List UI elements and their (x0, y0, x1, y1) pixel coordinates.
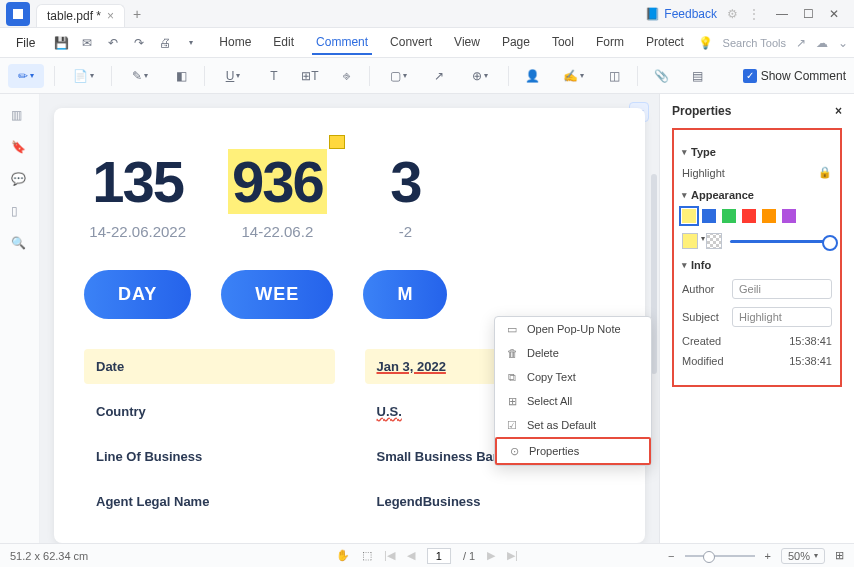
type-section-header[interactable]: Type (682, 146, 832, 158)
thumbnails-icon[interactable]: ▥ (11, 108, 29, 126)
new-tab-button[interactable]: + (133, 6, 141, 22)
menu-home[interactable]: Home (215, 31, 255, 55)
shapes-tool[interactable]: ◫ (601, 64, 627, 88)
table-cell: Line Of Business (84, 439, 335, 474)
lock-icon[interactable]: 🔒 (818, 166, 832, 179)
next-page-icon[interactable]: ▶ (487, 549, 495, 562)
fit-page-icon[interactable]: ⊞ (835, 549, 844, 562)
menu-form[interactable]: Form (592, 31, 628, 55)
author-input[interactable] (732, 279, 832, 299)
color-swatch-orange[interactable] (762, 209, 776, 223)
zoom-out-icon[interactable]: − (668, 550, 674, 562)
stamp-tool[interactable]: 👤 (519, 64, 545, 88)
appearance-section-header[interactable]: Appearance (682, 189, 832, 201)
printer-icon[interactable]: 🖨 (155, 33, 175, 53)
ctx-copy-text[interactable]: ⧉Copy Text (495, 365, 651, 389)
stat-value-highlighted[interactable]: 936 (221, 148, 333, 215)
note-tool[interactable]: 📄 (65, 64, 101, 88)
search-panel-icon[interactable]: 🔍 (11, 236, 29, 254)
copy-icon: ⧉ (505, 370, 519, 384)
redo-icon[interactable]: ↷ (129, 33, 149, 53)
callout-tool[interactable]: ⎆ (333, 64, 359, 88)
shape-arrow-tool[interactable]: ↗ (426, 64, 452, 88)
print-icon[interactable]: ✉ (77, 33, 97, 53)
zoom-select[interactable]: 50%▾ (781, 548, 825, 564)
opacity-slider[interactable] (730, 240, 832, 243)
fill-preview-icon[interactable]: ▾ (682, 233, 698, 249)
tab-title: table.pdf * (47, 9, 101, 23)
table-cell: Agent Legal Name (84, 484, 335, 519)
hand-tool-icon[interactable]: ✋ (336, 549, 350, 562)
overflow-icon[interactable]: ⌄ (838, 36, 848, 50)
measure-tool[interactable]: ⊕ (462, 64, 498, 88)
minimize-button[interactable]: — (770, 4, 794, 24)
menu-page[interactable]: Page (498, 31, 534, 55)
partial-pill[interactable]: M (363, 270, 447, 319)
text-tool[interactable]: T (261, 64, 287, 88)
menu-edit[interactable]: Edit (269, 31, 298, 55)
underline-tool[interactable]: U (215, 64, 251, 88)
cloud-icon[interactable]: ☁ (816, 36, 828, 50)
subject-input[interactable] (732, 307, 832, 327)
color-swatch-blue[interactable] (702, 209, 716, 223)
color-swatch-green[interactable] (722, 209, 736, 223)
attachments-icon[interactable]: ▯ (11, 204, 29, 222)
textbox-tool[interactable]: ⊞T (297, 64, 323, 88)
info-section-header[interactable]: Info (682, 259, 832, 271)
pencil-tool[interactable]: ✎ (122, 64, 158, 88)
color-swatch-purple[interactable] (782, 209, 796, 223)
comments-panel-tool[interactable]: ▤ (684, 64, 710, 88)
eraser-tool[interactable]: ◧ (168, 64, 194, 88)
table-header-date: Date (84, 349, 335, 384)
menu-tool[interactable]: Tool (548, 31, 578, 55)
ctx-set-default[interactable]: ☑Set as Default (495, 413, 651, 437)
page-number-input[interactable] (427, 548, 451, 564)
save-icon[interactable]: 💾 (51, 33, 71, 53)
menu-protect[interactable]: Protect (642, 31, 688, 55)
zoom-slider[interactable] (685, 555, 755, 557)
first-page-icon[interactable]: |◀ (384, 549, 395, 562)
undo-icon[interactable]: ↶ (103, 33, 123, 53)
file-menu[interactable]: File (6, 32, 45, 54)
close-panel-icon[interactable]: × (835, 104, 842, 118)
maximize-button[interactable]: ☐ (796, 4, 820, 24)
close-tab-icon[interactable]: × (107, 9, 114, 23)
popup-note-icon[interactable] (329, 135, 345, 149)
zoom-in-icon[interactable]: + (765, 550, 771, 562)
comment-toolbar: ✏ 📄 ✎ ◧ U T ⊞T ⎆ ▢ ↗ ⊕ 👤 ✍ ◫ 📎 ▤ ✓ Show … (0, 58, 854, 94)
menu-comment[interactable]: Comment (312, 31, 372, 55)
document-canvas[interactable]: w 135 14-22.06.2022 DAY 936 14-22.06.2 W… (40, 94, 659, 543)
show-comment-toggle[interactable]: ✓ Show Comment (743, 69, 846, 83)
ctx-properties[interactable]: ⊙Properties (495, 437, 651, 465)
attach-tool[interactable]: 📎 (648, 64, 674, 88)
bookmarks-icon[interactable]: 🔖 (11, 140, 29, 158)
week-pill[interactable]: WEE (221, 270, 333, 319)
share-icon[interactable]: ↗ (796, 36, 806, 50)
select-tool-icon[interactable]: ⬚ (362, 549, 372, 562)
highlight-tool[interactable]: ✏ (8, 64, 44, 88)
menu-convert[interactable]: Convert (386, 31, 436, 55)
search-tools-placeholder[interactable]: Search Tools (723, 37, 786, 49)
signature-tool[interactable]: ✍ (555, 64, 591, 88)
menu-view[interactable]: View (450, 31, 484, 55)
comments-icon[interactable]: 💬 (11, 172, 29, 190)
ctx-select-all[interactable]: ⊞Select All (495, 389, 651, 413)
close-window-button[interactable]: ✕ (822, 4, 846, 24)
document-tab[interactable]: table.pdf * × (36, 4, 125, 27)
menubar: File 💾 ✉ ↶ ↷ 🖨 ▾ Home Edit Comment Conve… (0, 28, 854, 58)
ctx-delete[interactable]: 🗑Delete (495, 341, 651, 365)
prev-page-icon[interactable]: ◀ (407, 549, 415, 562)
feedback-link[interactable]: 📘 Feedback (645, 7, 717, 21)
shape-rect-tool[interactable]: ▢ (380, 64, 416, 88)
color-swatch-yellow[interactable] (682, 209, 696, 223)
more-icon[interactable]: ⋮ (748, 7, 760, 21)
color-swatch-red[interactable] (742, 209, 756, 223)
opacity-grid-icon[interactable] (706, 233, 722, 249)
main-menus: Home Edit Comment Convert View Page Tool… (215, 31, 688, 55)
bulb-icon[interactable]: 💡 (698, 36, 713, 50)
day-pill[interactable]: DAY (84, 270, 191, 319)
last-page-icon[interactable]: ▶| (507, 549, 518, 562)
ctx-open-popup-note[interactable]: ▭Open Pop-Up Note (495, 317, 651, 341)
user-icon[interactable]: ⚙ (727, 7, 738, 21)
qat-more-icon[interactable]: ▾ (181, 33, 201, 53)
